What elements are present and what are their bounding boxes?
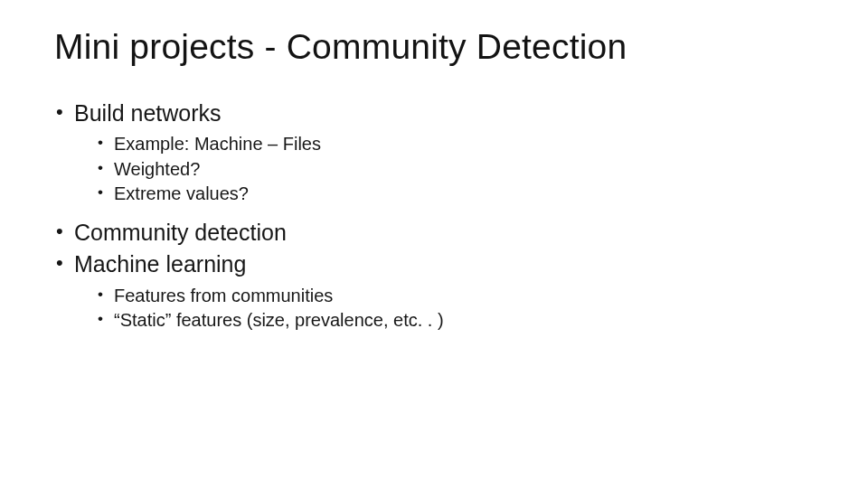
- list-item: “Static” features (size, prevalence, etc…: [98, 309, 814, 333]
- bullet-text: Weighted?: [114, 159, 200, 179]
- bullet-text: Community detection: [74, 220, 287, 245]
- list-item: Weighted?: [98, 158, 814, 182]
- bullet-list-level-2: Example: Machine – Files Weighted? Extre…: [74, 133, 814, 206]
- list-item: Community detection: [54, 219, 814, 247]
- bullet-text: Build networks: [74, 100, 222, 126]
- list-item: Machine learning Features from communiti…: [54, 250, 814, 332]
- bullet-text: Features from communities: [114, 286, 333, 305]
- slide-title: Mini projects - Community Detection: [54, 27, 814, 67]
- list-item: Extreme values?: [98, 183, 814, 206]
- bullet-text: Machine learning: [74, 251, 246, 277]
- list-item: Features from communities: [98, 285, 814, 308]
- bullet-list-level-1: Build networks Example: Machine – Files …: [54, 99, 814, 333]
- slide: Mini projects - Community Detection Buil…: [0, 0, 868, 381]
- list-item: Build networks Example: Machine – Files …: [54, 99, 814, 206]
- list-item: Example: Machine – Files: [98, 133, 814, 156]
- bullet-text: “Static” features (size, prevalence, etc…: [114, 310, 444, 330]
- bullet-text: Example: Machine – Files: [114, 134, 321, 154]
- bullet-text: Extreme values?: [114, 183, 249, 203]
- bullet-list-level-2: Features from communities “Static” featu…: [74, 285, 814, 333]
